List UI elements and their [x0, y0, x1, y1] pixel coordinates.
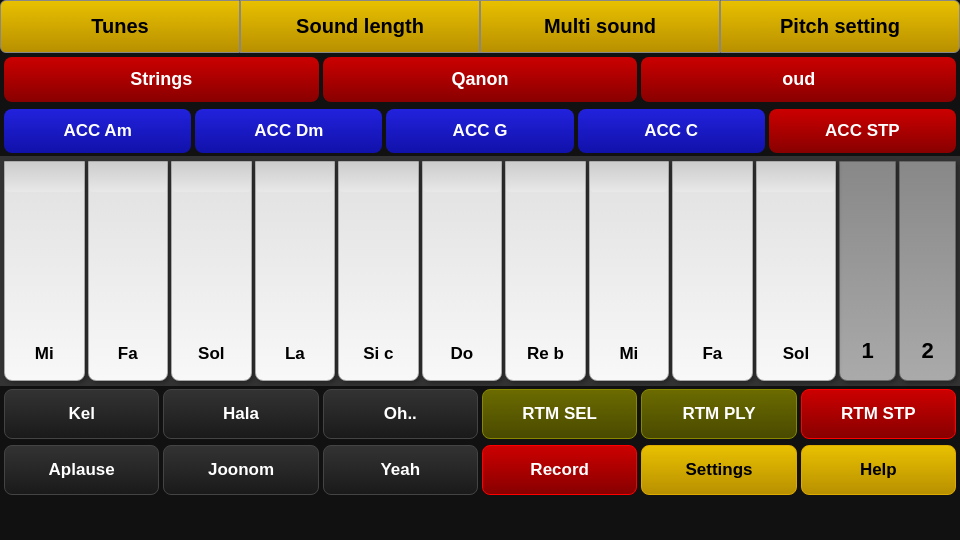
key-fa-2[interactable]: Fa [672, 161, 753, 381]
acc-am-button[interactable]: ACC Am [4, 109, 191, 153]
key-la[interactable]: La [255, 161, 336, 381]
btn-oh[interactable]: Oh.. [323, 389, 478, 439]
tab-pitch-setting[interactable]: Pitch setting [720, 0, 960, 53]
key-num-1[interactable]: 1 [839, 161, 896, 381]
acc-row: ACC Am ACC Dm ACC G ACC C ACC STP [0, 106, 960, 156]
btn-help[interactable]: Help [801, 445, 956, 495]
key-num-2[interactable]: 2 [899, 161, 956, 381]
acc-g-button[interactable]: ACC G [386, 109, 573, 153]
btn-kel[interactable]: Kel [4, 389, 159, 439]
piano-area: Mi Fa Sol La Si c Do Re b Mi Fa Sol 1 2 [0, 156, 960, 386]
btn-record[interactable]: Record [482, 445, 637, 495]
btn-settings[interactable]: Settings [641, 445, 796, 495]
bottom-row2: Aplause Joonom Yeah Record Settings Help [0, 442, 960, 498]
bottom-row1: Kel Hala Oh.. RTM SEL RTM PLY RTM STP [0, 386, 960, 442]
btn-rtm-sel[interactable]: RTM SEL [482, 389, 637, 439]
btn-hala[interactable]: Hala [163, 389, 318, 439]
key-fa-1[interactable]: Fa [88, 161, 169, 381]
btn-rtm-ply[interactable]: RTM PLY [641, 389, 796, 439]
btn-yeah[interactable]: Yeah [323, 445, 478, 495]
acc-c-button[interactable]: ACC C [578, 109, 765, 153]
acc-stp-button[interactable]: ACC STP [769, 109, 956, 153]
sound-qanon[interactable]: Qanon [323, 57, 638, 102]
key-do[interactable]: Do [422, 161, 503, 381]
btn-aplause[interactable]: Aplause [4, 445, 159, 495]
btn-rtm-stp[interactable]: RTM STP [801, 389, 956, 439]
btn-joonom[interactable]: Joonom [163, 445, 318, 495]
tab-multi-sound[interactable]: Multi sound [480, 0, 720, 53]
acc-dm-button[interactable]: ACC Dm [195, 109, 382, 153]
key-mi-2[interactable]: Mi [589, 161, 670, 381]
key-reb[interactable]: Re b [505, 161, 586, 381]
tab-tunes[interactable]: Tunes [0, 0, 240, 53]
key-mi-1[interactable]: Mi [4, 161, 85, 381]
key-sol-2[interactable]: Sol [756, 161, 837, 381]
key-sol-1[interactable]: Sol [171, 161, 252, 381]
top-tabs: Tunes Sound length Multi sound Pitch set… [0, 0, 960, 53]
sound-strings[interactable]: Strings [4, 57, 319, 102]
sound-row: Strings Qanon oud [0, 53, 960, 106]
tab-sound-length[interactable]: Sound length [240, 0, 480, 53]
key-sic[interactable]: Si c [338, 161, 419, 381]
sound-oud[interactable]: oud [641, 57, 956, 102]
